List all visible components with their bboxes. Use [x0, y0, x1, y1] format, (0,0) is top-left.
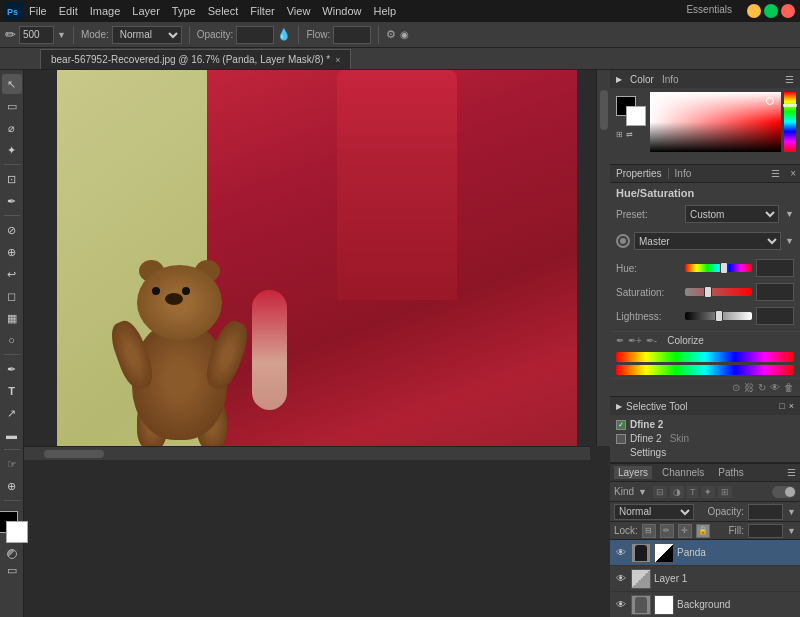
filter-vector-icon[interactable]: ✦	[701, 486, 715, 498]
lasso-tool[interactable]: ⌀	[2, 118, 22, 138]
properties-close-icon[interactable]: ×	[786, 168, 800, 179]
vertical-scrollbar[interactable]	[596, 70, 610, 446]
menu-file[interactable]: File	[23, 5, 53, 17]
saturation-slider-track[interactable]	[685, 288, 752, 296]
layer-row-panda[interactable]: 👁 Panda	[610, 540, 800, 566]
menu-type[interactable]: Type	[166, 5, 202, 17]
layers-tab-layers[interactable]: Layers	[614, 466, 652, 479]
flow-input[interactable]: 100%	[333, 26, 371, 44]
h-scroll-thumb[interactable]	[44, 450, 104, 458]
hue-value-input[interactable]: +30	[756, 259, 794, 277]
eyedropper1-icon[interactable]: ✒	[616, 335, 624, 346]
hue-slider-track[interactable]	[685, 264, 752, 272]
hue-strip[interactable]	[784, 92, 796, 152]
layer-vis-panda[interactable]: 👁	[614, 546, 628, 560]
layer-vis-1[interactable]: 👁	[614, 572, 628, 586]
filter-type-icon[interactable]: T	[687, 486, 699, 498]
dfine-close-icon[interactable]: ×	[789, 401, 794, 411]
lightness-thumb[interactable]	[715, 310, 723, 322]
document-tab[interactable]: bear-567952-Recovered.jpg @ 16.7% (Panda…	[40, 49, 351, 69]
properties-menu-icon[interactable]: ☰	[765, 168, 786, 179]
brush-tool[interactable]: ⊘	[2, 220, 22, 240]
channel-select[interactable]: Master	[634, 232, 781, 250]
history-brush[interactable]: ↩	[2, 264, 22, 284]
chain-icon[interactable]: ⛓	[744, 382, 754, 393]
eyedropper3-icon[interactable]: ✒-	[646, 335, 657, 346]
tab-close-icon[interactable]: ×	[335, 55, 340, 65]
refresh-icon[interactable]: ↻	[758, 382, 766, 393]
preset-select[interactable]: Custom	[685, 205, 779, 223]
filter-pixel-icon[interactable]: ⊟	[653, 486, 667, 498]
layer-filter-toggle[interactable]	[772, 486, 796, 498]
saturation-value-input[interactable]: -39	[756, 283, 794, 301]
opacity-input[interactable]: 100%	[236, 26, 274, 44]
pen-tool[interactable]: ✒	[2, 359, 22, 379]
dfine-panel-header[interactable]: ▶ Selective Tool □ ×	[610, 397, 800, 415]
layer-row-1[interactable]: 👁 Layer 1	[610, 566, 800, 592]
menu-window[interactable]: Window	[316, 5, 367, 17]
maximize-button[interactable]	[764, 4, 778, 18]
color-panel-info-tab[interactable]: Info	[662, 74, 679, 85]
menu-view[interactable]: View	[281, 5, 317, 17]
saturation-thumb[interactable]	[704, 286, 712, 298]
dfine-checkbox[interactable]: ✓	[616, 420, 626, 430]
v-scroll-thumb[interactable]	[600, 90, 608, 130]
dfine-expand-icon[interactable]: □	[779, 401, 784, 411]
clone-tool[interactable]: ⊕	[2, 242, 22, 262]
delete-icon[interactable]: 🗑	[784, 382, 794, 393]
move-tool[interactable]: ↖	[2, 74, 22, 94]
lightness-slider-track[interactable]	[685, 312, 752, 320]
info-tab[interactable]: Info	[669, 168, 698, 179]
reset-color-icon[interactable]: ⊞	[616, 130, 623, 139]
hue-thumb[interactable]	[720, 262, 728, 274]
layer-vis-bg[interactable]: 👁	[614, 598, 628, 612]
layer-row-bg[interactable]: 👁 Background	[610, 592, 800, 617]
hand-tool[interactable]: ☞	[2, 454, 22, 474]
color-panel-menu-icon[interactable]: ☰	[785, 74, 794, 85]
blend-mode-select[interactable]: Normal	[614, 504, 694, 520]
kind-dropdown-icon[interactable]: ▼	[638, 487, 647, 497]
zoom-tool[interactable]: ⊕	[2, 476, 22, 496]
brush-size-input[interactable]: 500	[19, 26, 54, 44]
select-tool[interactable]: ▭	[2, 96, 22, 116]
filter-smart-icon[interactable]: ⊞	[718, 486, 732, 498]
menu-layer[interactable]: Layer	[126, 5, 166, 17]
color-spectrum-2d[interactable]	[650, 92, 781, 152]
opacity-value-input[interactable]: 100%	[748, 504, 783, 520]
lock-artboard-icon[interactable]: 🔒	[696, 524, 710, 538]
layers-menu-icon[interactable]: ☰	[787, 467, 796, 478]
lightness-value-input[interactable]: 0	[756, 307, 794, 325]
horizontal-scrollbar[interactable]	[24, 446, 590, 460]
path-select-tool[interactable]: ↗	[2, 403, 22, 423]
layers-tab-channels[interactable]: Channels	[658, 466, 708, 479]
properties-tab[interactable]: Properties	[610, 168, 669, 179]
shape-tool[interactable]: ▬	[2, 425, 22, 445]
eyedropper-tool[interactable]: ✒	[2, 191, 22, 211]
gradient-tool[interactable]: ▦	[2, 308, 22, 328]
background-swatch[interactable]	[626, 106, 646, 126]
minimize-button[interactable]	[747, 4, 761, 18]
filter-adjust-icon[interactable]: ◑	[670, 486, 684, 498]
fill-value-input[interactable]: 100%	[748, 524, 783, 538]
layers-tab-paths[interactable]: Paths	[714, 466, 748, 479]
eyedropper2-icon[interactable]: ✒+	[628, 335, 642, 346]
screen-mode-icon[interactable]: ▭	[3, 563, 21, 577]
menu-edit[interactable]: Edit	[53, 5, 84, 17]
menu-help[interactable]: Help	[367, 5, 402, 17]
close-button[interactable]	[781, 4, 795, 18]
crop-tool[interactable]: ⊡	[2, 169, 22, 189]
lock-pixel-icon[interactable]: ✏	[660, 524, 674, 538]
quick-mask-icon[interactable]	[3, 547, 21, 561]
dodge-tool[interactable]: ○	[2, 330, 22, 350]
magic-wand-tool[interactable]: ✦	[2, 140, 22, 160]
view-icon[interactable]: 👁	[770, 382, 780, 393]
canvas-area[interactable]	[24, 70, 610, 460]
mask-icon[interactable]: ⊙	[732, 382, 740, 393]
eraser-tool[interactable]: ◻	[2, 286, 22, 306]
lock-transparent-icon[interactable]: ⊟	[642, 524, 656, 538]
lock-position-icon[interactable]: ✛	[678, 524, 692, 538]
mode-select[interactable]: Normal	[112, 26, 182, 44]
color-panel-header[interactable]: ▶ Color Info ☰	[610, 70, 800, 88]
menu-image[interactable]: Image	[84, 5, 127, 17]
menu-select[interactable]: Select	[202, 5, 245, 17]
